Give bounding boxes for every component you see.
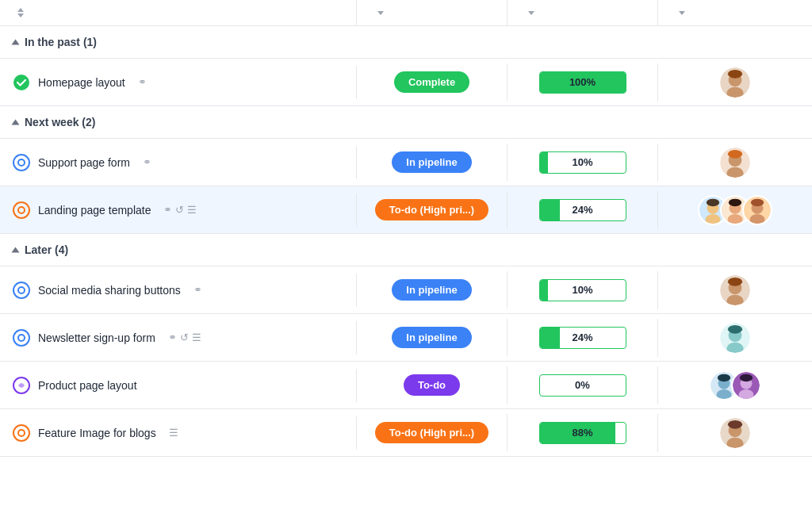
assigned-cell (658, 410, 812, 456)
svg-point-0 (13, 75, 29, 90)
svg-point-24 (751, 198, 764, 206)
table-row[interactable]: Newsletter sign-up form ⚭↺☰ In pipeline … (0, 314, 812, 362)
col-progress[interactable] (508, 0, 658, 25)
col-assigned[interactable] (658, 0, 812, 25)
progress-bar: 24% (539, 327, 626, 349)
task-name: Social media sharing buttons (38, 284, 181, 297)
progress-label: 24% (540, 204, 626, 216)
col-task-title[interactable] (0, 0, 357, 25)
svg-point-11 (13, 202, 29, 218)
section-header-past[interactable]: In the past (1) (0, 26, 812, 59)
assigned-cell (658, 267, 812, 313)
section-title: Next week (2) (25, 116, 95, 128)
sections-container: In the past (1) Homepage layout ⚭ Comple… (0, 26, 812, 457)
task-name: Homepage layout (38, 76, 125, 89)
chevron-down-icon (679, 11, 685, 15)
progress-cell: 24% (508, 191, 658, 229)
link-icon: ⚭ (193, 284, 202, 296)
svg-point-31 (13, 330, 29, 346)
section-collapse-icon[interactable] (12, 120, 20, 125)
table-row[interactable]: Product page layout To-do 0% (0, 362, 812, 409)
task-meta-icons: ⚭↺☰ (168, 331, 201, 343)
avatar (742, 195, 772, 225)
svg-point-51 (728, 420, 742, 429)
avatar (720, 323, 750, 353)
section-header-next-week[interactable]: Next week (2) (0, 106, 812, 139)
svg-point-20 (729, 198, 741, 206)
link-icon: ⚭ (143, 156, 151, 168)
task-status-icon (13, 154, 30, 171)
svg-point-10 (728, 150, 742, 159)
svg-point-16 (707, 198, 719, 206)
progress-label: 100% (540, 76, 626, 88)
task-name: Support page form (38, 156, 130, 169)
task-name: Feature Image for blogs (38, 427, 156, 439)
progress-bar: 88% (539, 422, 626, 444)
stage-badge: To-do (High pri...) (375, 422, 488, 443)
progress-bar: 10% (539, 279, 626, 301)
stage-badge: In pipeline (392, 327, 471, 348)
svg-point-5 (13, 155, 29, 171)
stage-cell: In pipeline (357, 319, 508, 356)
assigned-cell (658, 59, 812, 105)
task-status-icon (13, 329, 30, 347)
table-row[interactable]: Feature Image for blogs ☰ To-do (High pr… (0, 409, 812, 457)
task-title-cell: Feature Image for blogs ☰ (0, 416, 357, 450)
task-title-cell: Landing page template ⚭↺☰ (0, 194, 357, 227)
stage-cell: In pipeline (357, 144, 508, 181)
svg-point-32 (18, 335, 25, 341)
task-title-cell: Homepage layout ⚭ (0, 66, 357, 99)
avatar-group (709, 370, 761, 400)
progress-bar: 0% (539, 374, 626, 397)
svg-point-4 (728, 70, 742, 79)
task-status-icon (13, 74, 30, 91)
col-stage[interactable] (357, 0, 508, 25)
repeat-icon: ↺ (175, 204, 184, 216)
svg-point-45 (740, 374, 753, 381)
link-icon: ⚭ (168, 331, 177, 343)
task-table: In the past (1) Homepage layout ⚭ Comple… (0, 0, 812, 525)
progress-bar: 100% (539, 71, 626, 94)
assigned-cell (658, 140, 812, 186)
task-title-cell: Newsletter sign-up form ⚭↺☰ (0, 321, 357, 354)
svg-point-36 (728, 325, 742, 334)
chevron-down-icon (377, 11, 384, 15)
avatar (720, 275, 750, 305)
progress-bar: 24% (539, 199, 626, 221)
stage-badge: Complete (394, 71, 469, 93)
task-name: Landing page template (38, 204, 151, 217)
svg-point-12 (18, 207, 25, 213)
section-header-later[interactable]: Later (4) (0, 234, 812, 266)
list-icon: ☰ (192, 331, 201, 343)
section-collapse-icon[interactable] (12, 40, 20, 45)
progress-cell: 100% (508, 63, 658, 102)
progress-cell: 88% (508, 414, 658, 452)
chevron-down-icon (528, 11, 534, 15)
table-row[interactable]: Social media sharing buttons ⚭ In pipeli… (0, 266, 812, 314)
table-row[interactable]: Landing page template ⚭↺☰ To-do (High pr… (0, 186, 812, 234)
stage-cell: To-do (357, 366, 508, 404)
table-row[interactable]: Support page form ⚭ In pipeline 10% (0, 139, 812, 186)
table-header (0, 0, 812, 26)
task-status-icon (13, 201, 30, 219)
task-title-cell: Social media sharing buttons ⚭ (0, 274, 357, 307)
link-icon: ⚭ (163, 204, 172, 216)
progress-bar: 10% (539, 151, 626, 174)
section-title: Later (4) (25, 243, 68, 256)
task-meta-icons: ⚭↺☰ (163, 204, 197, 216)
list-icon: ☰ (169, 427, 178, 439)
svg-point-30 (728, 278, 742, 286)
progress-label: 0% (540, 379, 626, 391)
assigned-cell (658, 315, 812, 361)
repeat-icon: ↺ (180, 331, 189, 343)
task-meta-icons: ⚭ (193, 284, 202, 296)
section-collapse-icon[interactable] (12, 247, 20, 253)
progress-cell: 10% (508, 144, 658, 182)
svg-point-6 (18, 159, 25, 166)
avatar (731, 370, 761, 400)
sort-icon-title (17, 8, 24, 17)
assigned-cell (658, 362, 812, 408)
svg-point-26 (18, 287, 25, 293)
table-row[interactable]: Homepage layout ⚭ Complete 100% (0, 59, 812, 106)
stage-cell: Complete (357, 63, 508, 101)
